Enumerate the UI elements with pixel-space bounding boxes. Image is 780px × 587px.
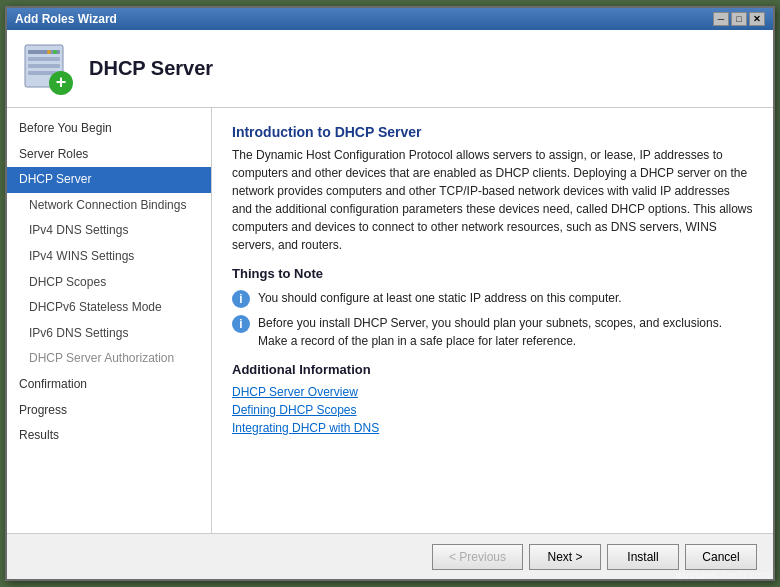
- sidebar-item-server-roles[interactable]: Server Roles: [7, 142, 211, 168]
- things-title: Things to Note: [232, 266, 753, 281]
- maximize-button[interactable]: □: [731, 12, 747, 26]
- sidebar-item-before-you-begin[interactable]: Before You Begin: [7, 116, 211, 142]
- link-integrating-dns[interactable]: Integrating DHCP with DNS: [232, 421, 753, 435]
- install-button[interactable]: Install: [607, 544, 679, 570]
- intro-text: The Dynamic Host Configuration Protocol …: [232, 146, 753, 254]
- note1-text: You should configure at least one static…: [258, 289, 622, 307]
- svg-text:+: +: [56, 72, 67, 92]
- wizard-footer: < Previous Next > Install Cancel: [7, 533, 773, 579]
- note2-text: Before you install DHCP Server, you shou…: [258, 314, 753, 350]
- svg-rect-3: [28, 64, 60, 68]
- title-bar: Add Roles Wizard ─ □ ✕: [7, 8, 773, 30]
- sidebar-item-progress[interactable]: Progress: [7, 398, 211, 424]
- note2-box: i Before you install DHCP Server, you sh…: [232, 314, 753, 350]
- title-bar-buttons: ─ □ ✕: [713, 12, 765, 26]
- sidebar-item-results[interactable]: Results: [7, 423, 211, 449]
- sidebar-item-ipv4-wins-settings[interactable]: IPv4 WINS Settings: [7, 244, 211, 270]
- link-defining-scopes[interactable]: Defining DHCP Scopes: [232, 403, 753, 417]
- dialog-title: Add Roles Wizard: [15, 12, 117, 26]
- sidebar-item-ipv4-dns-settings[interactable]: IPv4 DNS Settings: [7, 218, 211, 244]
- info-icon-2: i: [232, 315, 250, 333]
- main-content: Introduction to DHCP Server The Dynamic …: [212, 108, 773, 533]
- sidebar-item-dhcp-server[interactable]: DHCP Server: [7, 167, 211, 193]
- cancel-button[interactable]: Cancel: [685, 544, 757, 570]
- next-button[interactable]: Next >: [529, 544, 601, 570]
- link-dhcp-overview[interactable]: DHCP Server Overview: [232, 385, 753, 399]
- minimize-button[interactable]: ─: [713, 12, 729, 26]
- dialog-window: Add Roles Wizard ─ □ ✕ + DHCP: [5, 6, 775, 581]
- svg-point-5: [53, 50, 57, 54]
- additional-title: Additional Information: [232, 362, 753, 377]
- sidebar-item-ipv6-dns-settings[interactable]: IPv6 DNS Settings: [7, 321, 211, 347]
- sidebar-item-dhcp-scopes[interactable]: DHCP Scopes: [7, 270, 211, 296]
- sidebar-item-dhcpv6-stateless-mode[interactable]: DHCPv6 Stateless Mode: [7, 295, 211, 321]
- sidebar-item-confirmation[interactable]: Confirmation: [7, 372, 211, 398]
- info-icon-1: i: [232, 290, 250, 308]
- close-button[interactable]: ✕: [749, 12, 765, 26]
- svg-rect-2: [28, 57, 60, 61]
- svg-point-6: [47, 50, 51, 54]
- sidebar: Before You Begin Server Roles DHCP Serve…: [7, 108, 212, 533]
- content-area: Before You Begin Server Roles DHCP Serve…: [7, 108, 773, 533]
- previous-button[interactable]: < Previous: [432, 544, 523, 570]
- sidebar-item-dhcp-server-authorization[interactable]: DHCP Server Authorization: [7, 346, 211, 372]
- wizard-header: + DHCP Server: [7, 30, 773, 108]
- header-icon-container: +: [23, 43, 75, 95]
- dhcp-server-icon: +: [23, 43, 75, 95]
- note1-box: i You should configure at least one stat…: [232, 289, 753, 308]
- sidebar-item-network-connection-bindings[interactable]: Network Connection Bindings: [7, 193, 211, 219]
- wizard-title: DHCP Server: [89, 57, 213, 80]
- intro-title: Introduction to DHCP Server: [232, 124, 753, 140]
